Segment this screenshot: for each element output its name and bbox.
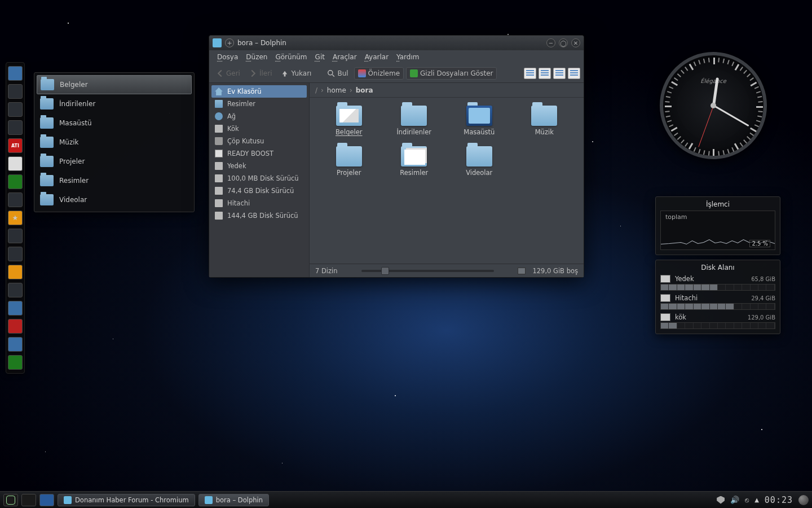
moon-icon[interactable] bbox=[798, 495, 809, 505]
breadcrumb-bora[interactable]: bora bbox=[356, 86, 373, 94]
place-item[interactable]: 100,0 MB Disk Sürücü bbox=[209, 172, 309, 185]
tray-expand-icon[interactable]: ▲ bbox=[754, 497, 759, 503]
quickview-item[interactable]: Belgeler bbox=[37, 75, 192, 94]
start-menu-button[interactable] bbox=[3, 494, 18, 506]
launcher-settings-icon[interactable] bbox=[8, 192, 23, 207]
view-buttons bbox=[524, 68, 580, 79]
menu-ayarlar[interactable]: Ayarlar bbox=[361, 52, 392, 63]
forward-button[interactable]: İleri bbox=[246, 68, 276, 79]
disk-widget: Disk Alanı Yedek65,8 GiBHitachi29,4 GiBk… bbox=[655, 260, 780, 334]
disk-usage-bar bbox=[660, 322, 775, 329]
launcher-monitor-icon[interactable] bbox=[8, 102, 23, 117]
drive-icon bbox=[660, 275, 670, 283]
disk-icon bbox=[215, 199, 223, 207]
menubar: DosyaDüzenGörünümGitAraçlarAyarlarYardım bbox=[209, 50, 584, 64]
file-item[interactable]: Projeler bbox=[319, 146, 379, 177]
view-columns-button[interactable] bbox=[568, 68, 580, 79]
launcher-pdf-icon[interactable] bbox=[8, 319, 23, 334]
breadcrumb-root[interactable]: / bbox=[315, 86, 317, 94]
menu-araçlar[interactable]: Araçlar bbox=[329, 52, 360, 63]
up-button[interactable]: Yukarı bbox=[277, 68, 315, 79]
place-item[interactable]: Ev Klasörü bbox=[211, 85, 307, 98]
activity-button[interactable] bbox=[21, 494, 36, 506]
tray-clock[interactable]: 00:23 bbox=[765, 495, 793, 505]
volume-icon[interactable]: 🔊 bbox=[730, 496, 739, 504]
menu-git[interactable]: Git bbox=[312, 52, 328, 63]
place-item[interactable]: READY BOOST bbox=[209, 147, 309, 160]
taskbar-task[interactable]: bora – Dolphin bbox=[198, 494, 269, 506]
launcher-ati-icon[interactable]: ATI bbox=[8, 138, 23, 153]
launcher-green-icon[interactable] bbox=[8, 174, 23, 189]
pin-button[interactable]: + bbox=[225, 38, 234, 47]
disk-name: Yedek bbox=[675, 275, 747, 283]
launcher-monitor2-icon[interactable] bbox=[8, 120, 23, 135]
disk-icon bbox=[215, 187, 223, 195]
menu-dosya[interactable]: Dosya bbox=[214, 52, 241, 63]
file-item[interactable]: Videolar bbox=[449, 146, 510, 177]
launcher-globe-icon[interactable] bbox=[8, 301, 23, 316]
breadcrumb-home[interactable]: home bbox=[327, 86, 346, 94]
place-item[interactable]: Kök bbox=[209, 122, 309, 135]
launcher-clapper-icon[interactable] bbox=[8, 283, 23, 297]
quickview-item[interactable]: Projeler bbox=[37, 152, 192, 171]
network-icon[interactable]: ⎋ bbox=[745, 496, 749, 504]
zoom-slider[interactable] bbox=[361, 270, 495, 272]
place-label: READY BOOST bbox=[227, 150, 273, 157]
titlebar[interactable]: + bora – Dolphin − ◯ ✕ bbox=[209, 36, 584, 50]
file-item[interactable]: Müzik bbox=[514, 106, 575, 136]
launcher-home-icon[interactable] bbox=[8, 66, 23, 81]
file-item[interactable]: İndirilenler bbox=[384, 106, 445, 136]
usb-icon bbox=[215, 150, 223, 157]
taskbar-task[interactable]: Donanım Haber Forum - Chromium bbox=[58, 494, 195, 506]
preview-button[interactable]: Önizleme bbox=[354, 67, 404, 80]
quickview-item[interactable]: İndirilenler bbox=[37, 94, 192, 113]
folder-quickview: BelgelerİndirilenlerMasaüstüMüzikProjele… bbox=[34, 72, 195, 212]
view-details-button[interactable] bbox=[553, 68, 566, 79]
file-item[interactable]: Resimler bbox=[384, 146, 445, 177]
hidden-files-button[interactable]: Gizli Dosyaları Göster bbox=[406, 67, 497, 80]
place-item[interactable]: 74,4 GB Disk Sürücü bbox=[209, 185, 309, 197]
place-item[interactable]: Ağ bbox=[209, 110, 309, 122]
minimize-button[interactable]: − bbox=[546, 38, 555, 47]
place-item[interactable]: Yedek bbox=[209, 160, 309, 172]
launcher-vlc-icon[interactable] bbox=[8, 265, 23, 279]
file-item[interactable]: Belgeler bbox=[319, 106, 379, 136]
menu-yardım[interactable]: Yardım bbox=[393, 52, 422, 63]
launcher-terminal-icon[interactable] bbox=[8, 229, 23, 243]
maximize-button[interactable]: ◯ bbox=[559, 38, 568, 47]
place-item[interactable]: Resimler bbox=[209, 98, 309, 110]
folder-icon bbox=[336, 106, 362, 126]
show-desktop-button[interactable] bbox=[39, 494, 54, 506]
disk-icon bbox=[215, 212, 223, 220]
breadcrumb[interactable]: / › home › bora bbox=[310, 83, 584, 98]
view-icons-button[interactable] bbox=[524, 68, 536, 79]
launcher-cd-icon[interactable] bbox=[8, 247, 23, 261]
launcher-star-icon[interactable]: ★ bbox=[8, 211, 23, 225]
disk-size: 129,0 GiB bbox=[748, 314, 775, 321]
quickview-item[interactable]: Videolar bbox=[37, 190, 192, 209]
launcher-calc-icon[interactable] bbox=[8, 355, 23, 370]
quickview-item[interactable]: Müzik bbox=[37, 133, 192, 152]
place-item[interactable]: 144,4 GB Disk Sürücü bbox=[209, 209, 309, 222]
place-item[interactable]: Hitachi bbox=[209, 197, 309, 209]
menu-düzen[interactable]: Düzen bbox=[242, 52, 271, 63]
shield-icon[interactable] bbox=[717, 496, 725, 504]
quickview-label: Masaüstü bbox=[59, 119, 91, 127]
file-grid[interactable]: BelgelerİndirilenlerMasaüstüMüzikProjele… bbox=[310, 98, 584, 264]
close-button[interactable]: ✕ bbox=[571, 38, 580, 47]
find-button[interactable]: Bul bbox=[324, 68, 351, 79]
svg-point-0 bbox=[328, 70, 333, 75]
menu-görünüm[interactable]: Görünüm bbox=[272, 52, 310, 63]
back-button[interactable]: Geri bbox=[213, 68, 244, 79]
launcher-writer-icon[interactable] bbox=[8, 337, 23, 352]
file-item[interactable]: Masaüstü bbox=[449, 106, 510, 136]
quickview-item[interactable]: Masaüstü bbox=[37, 113, 192, 133]
folder-icon bbox=[401, 146, 427, 167]
place-item[interactable]: Çöp Kutusu bbox=[209, 135, 309, 147]
launcher-disc-icon[interactable] bbox=[8, 156, 23, 171]
folder-icon bbox=[466, 106, 492, 126]
view-compact-button[interactable] bbox=[539, 68, 551, 79]
quickview-item[interactable]: Resimler bbox=[37, 171, 192, 190]
launcher-folder-icon[interactable] bbox=[8, 84, 23, 99]
system-tray: 🔊 ⎋ ▲ 00:23 bbox=[717, 495, 809, 505]
